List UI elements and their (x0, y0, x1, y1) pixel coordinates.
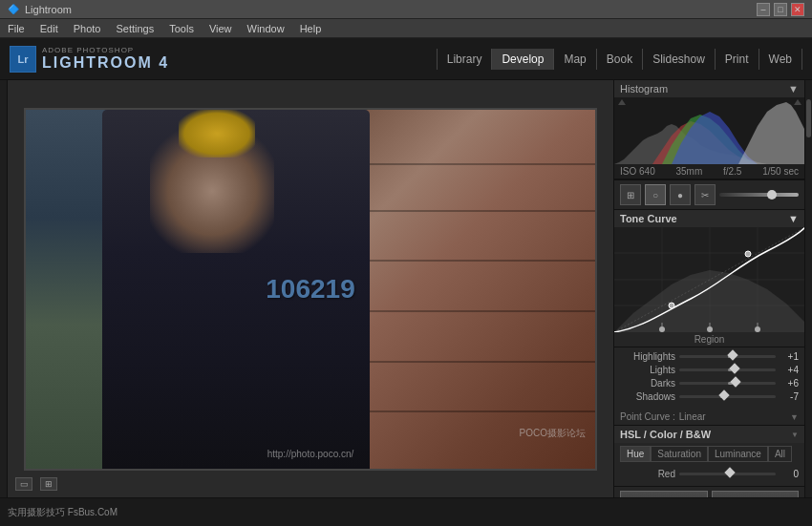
menu-edit[interactable]: Edit (36, 21, 62, 36)
red-track[interactable] (679, 473, 776, 475)
tab-print[interactable]: Print (716, 49, 759, 70)
maximize-button[interactable]: □ (774, 3, 787, 16)
tab-book[interactable]: Book (597, 49, 643, 70)
tone-curve-header: Tone Curve ▼ (614, 210, 804, 227)
histogram-svg (614, 97, 804, 164)
highlights-label: Highlights (620, 351, 675, 362)
region-label: Region (614, 332, 804, 347)
tone-curve-expand[interactable]: ▼ (788, 213, 799, 224)
color-tool[interactable]: ● (670, 184, 691, 205)
hsl-sub-tab-all[interactable]: All (768, 446, 792, 462)
red-thumb[interactable] (725, 467, 736, 477)
hsl-sliders: Red 0 (614, 465, 804, 486)
title-text: Lightroom (25, 4, 72, 15)
darks-track[interactable] (679, 382, 776, 385)
red-label: Red (620, 469, 675, 479)
logo-area: Lr ADOBE PHOTOSHOP LIGHTROOM 4 (10, 46, 169, 73)
flowers (179, 110, 255, 158)
status-text: 实用摄影技巧 FsBus.CoM (8, 506, 118, 519)
view-mode-icon[interactable]: ▭ (15, 477, 32, 491)
hsl-header: HSL / Color / B&W ▼ (614, 426, 804, 443)
hist-shadow-indicator[interactable] (618, 99, 626, 105)
lr-title: LIGHTROOM 4 (42, 54, 169, 72)
camera-focal: 35mm (675, 166, 702, 177)
hsl-sub-tab-saturation[interactable]: Saturation (651, 446, 708, 462)
menu-settings[interactable]: Settings (112, 21, 158, 36)
basic-tool[interactable]: ⊞ (620, 184, 641, 205)
menu-file[interactable]: File (4, 21, 29, 36)
status-bar: 实用摄影技巧 FsBus.CoM (0, 497, 812, 526)
menu-help[interactable]: Help (296, 21, 326, 36)
lights-value: +4 (780, 365, 799, 375)
curve-svg (614, 227, 804, 332)
scrollbar-thumb[interactable] (806, 99, 811, 137)
menu-view[interactable]: View (205, 21, 236, 36)
darks-label: Darks (620, 378, 675, 389)
red-hue-row: Red 0 (620, 469, 799, 479)
title-bar: 🔷 Lightroom – □ ✕ (0, 0, 812, 19)
grid-icon[interactable]: ⊞ (40, 477, 57, 491)
photo-frame: 106219 POCO摄影论坛 http://photo.poco.cn/ (24, 108, 597, 471)
highlights-row: Highlights +1 (620, 351, 799, 362)
tone-curve-label: Tone Curve (620, 213, 677, 224)
exposure-slider[interactable] (719, 193, 799, 197)
highlights-track[interactable] (679, 355, 776, 358)
shadows-track[interactable] (679, 395, 776, 398)
circle-tool[interactable]: ○ (645, 184, 666, 205)
svg-point-11 (669, 303, 674, 308)
watermark2: POCO摄影论坛 (520, 427, 586, 440)
app-icon: 🔷 (8, 4, 19, 14)
crop-tool[interactable]: ✂ (694, 184, 716, 205)
right-wrapper: Histogram ▼ (613, 80, 812, 497)
hsl-sub-tabs: Hue Saturation Luminance All (614, 443, 804, 465)
svg-point-13 (659, 326, 665, 332)
tab-slideshow[interactable]: Slideshow (643, 49, 716, 70)
left-panel (0, 80, 8, 497)
reset-button[interactable]: Reset (712, 491, 800, 497)
window-controls: – □ ✕ (757, 3, 804, 16)
tab-web[interactable]: Web (759, 49, 802, 70)
hist-highlight-indicator[interactable] (794, 99, 801, 105)
watermark3: http://photo.poco.cn/ (267, 449, 354, 459)
darks-value: +6 (780, 378, 799, 389)
histogram-label: Histogram (620, 83, 668, 95)
menu-tools[interactable]: Tools (165, 21, 198, 36)
previous-button[interactable]: Previous (620, 491, 708, 497)
photo-bottom-bar: ▭ ⊞ (8, 471, 613, 497)
right-panel: Histogram ▼ (613, 80, 804, 497)
tab-develop[interactable]: Develop (492, 49, 554, 70)
shadows-label: Shadows (620, 391, 675, 402)
tab-map[interactable]: Map (554, 49, 596, 70)
hsl-sub-tab-luminance[interactable]: Luminance (708, 446, 768, 462)
logo-text-area: ADOBE PHOTOSHOP LIGHTROOM 4 (42, 46, 169, 72)
right-scrollbar[interactable] (804, 80, 812, 497)
menu-bar: File Edit Photo Settings Tools View Wind… (0, 19, 812, 38)
highlights-value: +1 (780, 351, 799, 362)
close-button[interactable]: ✕ (791, 3, 804, 16)
tool-icons: ⊞ ○ ● ✂ (614, 180, 804, 210)
histogram-section: Histogram ▼ (614, 80, 804, 180)
nav-tabs: Library Develop Map Book Slideshow Print… (437, 49, 802, 70)
tone-curve-section: Tone Curve ▼ (614, 210, 804, 347)
lights-track[interactable] (679, 368, 776, 371)
minimize-button[interactable]: – (757, 3, 770, 16)
menu-photo[interactable]: Photo (70, 21, 105, 36)
point-curve-value[interactable]: Linear (679, 411, 706, 422)
shadows-row: Shadows -7 (620, 391, 799, 402)
hsl-sub-tab-hue[interactable]: Hue (620, 446, 651, 462)
top-nav: Lr ADOBE PHOTOSHOP LIGHTROOM 4 Library D… (0, 38, 812, 80)
lights-label: Lights (620, 365, 675, 375)
camera-info: ISO 640 35mm f/2.5 1/50 sec (614, 164, 804, 179)
point-curve-expand[interactable]: ▼ (790, 412, 799, 422)
svg-point-12 (745, 251, 751, 257)
histogram-expand[interactable]: ▼ (788, 83, 799, 95)
hsl-label: HSL / Color / B&W (620, 429, 711, 440)
menu-window[interactable]: Window (244, 21, 288, 36)
tab-library[interactable]: Library (437, 49, 493, 70)
darks-row: Darks +6 (620, 378, 799, 389)
shadows-value: -7 (780, 391, 799, 402)
camera-shutter: 1/50 sec (762, 166, 799, 177)
red-value: 0 (780, 469, 799, 479)
main-area: 106219 POCO摄影论坛 http://photo.poco.cn/ ▭ … (0, 80, 812, 497)
hsl-expand[interactable]: ▼ (791, 431, 799, 439)
